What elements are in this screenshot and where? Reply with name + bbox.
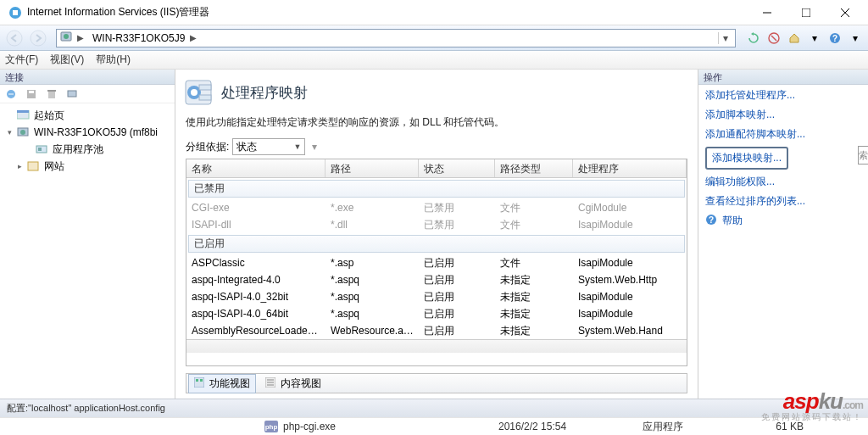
svg-point-7: [31, 31, 46, 46]
col-name[interactable]: 名称: [186, 159, 326, 177]
table-row[interactable]: AssemblyResourceLoader-I...WebResource.a…: [186, 322, 687, 339]
nav-dropdown2-icon[interactable]: ▾: [846, 29, 865, 47]
group-enabled[interactable]: 已启用: [188, 235, 685, 253]
table-row[interactable]: aspq-ISAPI-4.0_32bit*.aspq已启用未指定IsapiMod…: [186, 288, 687, 305]
svg-rect-18: [47, 90, 56, 92]
status-text: 配置:"localhost" applicationHost.config: [7, 402, 165, 415]
svg-rect-17: [48, 91, 55, 98]
svg-text:?: ?: [832, 34, 837, 43]
group-disabled[interactable]: 已禁用: [188, 180, 685, 198]
tree-server-label: WIN-R33F1OKO5J9 (mf8bi: [34, 126, 158, 138]
tab-content-view[interactable]: 内容视图: [259, 374, 327, 393]
table-row[interactable]: aspq-ISAPI-4.0_64bit*.aspq已启用未指定IsapiMod…: [186, 305, 687, 322]
help-icon: ?: [705, 214, 717, 228]
stop-icon[interactable]: [765, 29, 783, 47]
breadcrumb-dropdown[interactable]: ▾: [718, 32, 732, 44]
groupby-label: 分组依据:: [186, 140, 229, 154]
col-ptype[interactable]: 路径类型: [495, 159, 573, 177]
nav-dropdown-icon[interactable]: ▾: [805, 29, 824, 47]
actions-pane: 操作 添加托管处理程序... 添加脚本映射... 添加通配符脚本映射... 添加…: [698, 70, 868, 399]
explorer-row[interactable]: php php-cgi.exe 2016/2/2 15:54 应用程序 61 K…: [0, 417, 868, 435]
explorer-filename: php-cgi.exe: [283, 421, 336, 432]
minimize-button[interactable]: [748, 1, 787, 25]
breadcrumb[interactable]: ▶ WIN-R33F1OKO5J9 ▶ ▾: [56, 29, 736, 47]
server-tree-icon[interactable]: [66, 88, 78, 100]
sites-icon: [27, 161, 41, 171]
grid-scrollbar[interactable]: [186, 339, 687, 353]
table-row[interactable]: ASPClassic*.asp已启用文件IsapiModule: [186, 254, 687, 271]
php-file-icon: php: [264, 421, 278, 432]
title-bar: Internet Information Services (IIS)管理器: [0, 0, 868, 25]
nav-back-button[interactable]: [3, 28, 25, 48]
page-description: 使用此功能指定处理特定请求类型的响应的资源，如 DLL 和托管代码。: [186, 115, 687, 130]
action-add-script[interactable]: 添加脚本映射...: [705, 108, 861, 122]
tree-app-pools[interactable]: 应用程序池: [0, 141, 175, 158]
tree-start-page[interactable]: 起始页: [0, 107, 175, 124]
col-handler[interactable]: 处理程序: [573, 159, 687, 177]
work-area: 连接 起始页 ▾ WIN-R33F1OKO5J9 (mf8bi 应用程序池: [0, 70, 868, 399]
actions-header: 操作: [698, 70, 868, 85]
maximize-button[interactable]: [787, 1, 826, 25]
svg-rect-3: [802, 8, 810, 17]
start-page-icon: [17, 110, 31, 120]
help-icon[interactable]: ?: [826, 29, 844, 47]
table-row[interactable]: aspq-Integrated-4.0*.aspq已启用未指定System.We…: [186, 271, 687, 288]
feature-view-icon: [194, 377, 206, 389]
col-state[interactable]: 状态: [419, 159, 495, 177]
svg-point-29: [191, 89, 198, 96]
svg-rect-16: [29, 91, 34, 93]
connections-tree: 起始页 ▾ WIN-R33F1OKO5J9 (mf8bi 应用程序池 ▸ 网站: [0, 103, 175, 178]
svg-rect-33: [196, 379, 198, 382]
explorer-type: 应用程序: [643, 420, 744, 434]
refresh-icon[interactable]: [744, 29, 763, 47]
menu-file[interactable]: 文件(F): [5, 53, 38, 67]
menu-view[interactable]: 视图(V): [50, 53, 84, 67]
chevron-right-icon[interactable]: ▶: [77, 33, 84, 42]
col-path[interactable]: 路径: [326, 159, 419, 177]
nav-bar: ▶ WIN-R33F1OKO5J9 ▶ ▾ ▾ ? ▾: [0, 25, 868, 51]
connections-pane: 连接 起始页 ▾ WIN-R33F1OKO5J9 (mf8bi 应用程序池: [0, 70, 175, 399]
action-add-wildcard[interactable]: 添加通配符脚本映射...: [705, 127, 861, 142]
expand-icon[interactable]: ▸: [15, 162, 24, 170]
action-add-managed[interactable]: 添加托管处理程序...: [705, 88, 861, 103]
delete-icon[interactable]: [46, 88, 58, 100]
tree-sites[interactable]: ▸ 网站: [0, 158, 175, 175]
tab-feature-label: 功能视图: [209, 376, 250, 391]
tree-app-pools-label: 应用程序池: [53, 142, 103, 157]
svg-rect-1: [13, 10, 18, 15]
grid-header: 名称 路径 状态 路径类型 处理程序: [186, 159, 687, 178]
table-row[interactable]: CGI-exe*.exe已禁用文件CgiModule: [186, 199, 687, 216]
home-icon[interactable]: [785, 29, 804, 47]
nav-forward-button[interactable]: [27, 28, 49, 48]
svg-rect-25: [38, 148, 42, 151]
chevron-right-icon[interactable]: ▶: [190, 33, 197, 42]
table-row[interactable]: ISAPI-dll*.dll已禁用文件IsapiModule: [186, 216, 687, 233]
feature-pane: 处理程序映射 使用此功能指定处理特定请求类型的响应的资源，如 DLL 和托管代码…: [175, 70, 698, 399]
tree-server[interactable]: ▾ WIN-R33F1OKO5J9 (mf8bi: [0, 124, 175, 141]
svg-rect-26: [28, 162, 38, 170]
action-edit-permissions[interactable]: 编辑功能权限...: [705, 175, 861, 189]
tab-feature-view[interactable]: 功能视图: [188, 374, 256, 393]
content-view-icon: [265, 377, 277, 389]
action-view-sorted[interactable]: 查看经过排序的列表...: [705, 194, 861, 209]
breadcrumb-host[interactable]: WIN-R33F1OKO5J9: [92, 32, 185, 44]
server-node-icon: [17, 127, 31, 137]
groupby-combo[interactable]: 状态 ▼: [232, 138, 305, 155]
collapse-icon[interactable]: ▾: [5, 128, 14, 137]
connect-icon[interactable]: [5, 88, 17, 100]
close-button[interactable]: [826, 1, 865, 25]
watermark-sub: 免费网站源码下载站！: [761, 411, 863, 423]
action-add-module[interactable]: 添加模块映射...: [705, 147, 788, 170]
server-icon: [60, 31, 72, 45]
tab-content-label: 内容视图: [281, 376, 321, 391]
svg-line-11: [771, 36, 776, 41]
app-icon: [8, 6, 22, 20]
page-title: 处理程序映射: [221, 83, 308, 103]
groupby-value: 状态: [236, 140, 257, 154]
svg-rect-21: [17, 110, 29, 113]
save-icon[interactable]: [25, 88, 37, 100]
action-help[interactable]: ? 帮助: [705, 214, 861, 228]
connections-header: 连接: [0, 70, 175, 85]
explorer-date: 2016/2/2 15:54: [498, 421, 643, 432]
menu-help[interactable]: 帮助(H): [96, 53, 131, 67]
